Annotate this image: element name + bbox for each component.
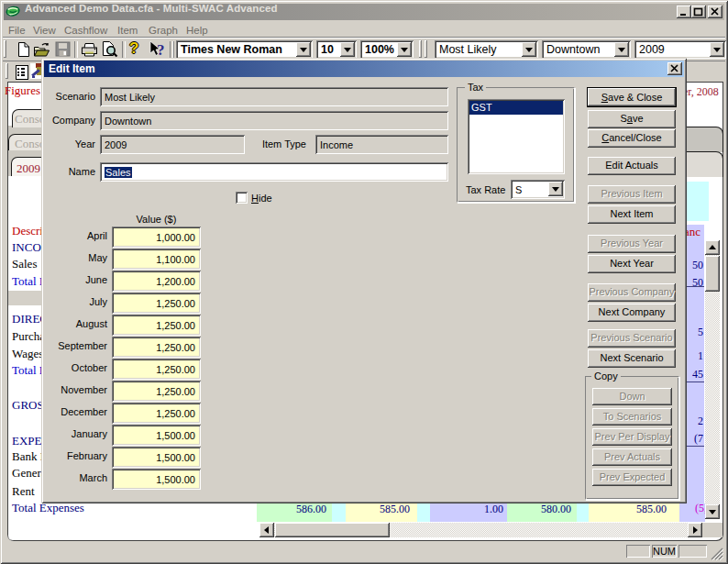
svg-text:?: ? [157, 41, 165, 59]
